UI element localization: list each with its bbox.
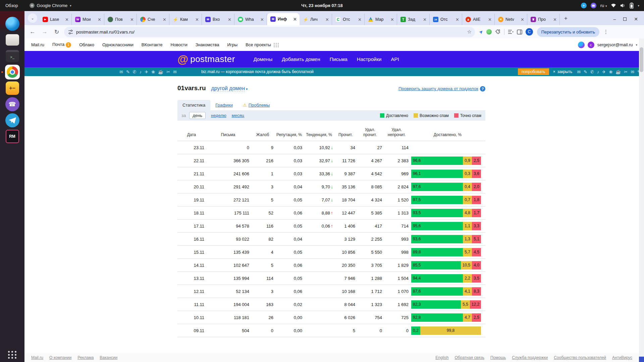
telegram-tray-icon[interactable]: ✈ (581, 3, 587, 8)
calculator-dock-icon[interactable]: +− (4, 80, 20, 96)
profile-avatar[interactable]: C (526, 28, 533, 36)
tab-close-icon[interactable]: ✕ (227, 17, 232, 22)
tab-search-icon[interactable]: ⌄ (28, 13, 37, 23)
new-tab-button[interactable]: + (561, 14, 571, 23)
show-applications-icon[interactable] (8, 351, 17, 359)
period-неделю[interactable]: неделю (211, 113, 226, 118)
mailru-link-9[interactable]: Все проекты (246, 42, 279, 47)
tab-пов[interactable]: Пов✕ (104, 14, 137, 25)
footer-left-link-3[interactable]: Реклама (77, 355, 94, 360)
footer-right-link-2[interactable]: Обратная связь (455, 355, 484, 360)
vk-avatar-icon[interactable] (578, 42, 585, 48)
tab-close-icon[interactable]: ✕ (325, 17, 330, 22)
tab-кам[interactable]: ⚡Кам✕ (169, 14, 202, 25)
chrome-dock-icon[interactable] (4, 64, 20, 80)
browser-menu-icon[interactable]: ⋮ (602, 29, 610, 35)
pm-nav-5[interactable]: API (391, 56, 399, 62)
footer-left-link-1[interactable]: Mail.ru (31, 355, 43, 360)
tab-инф[interactable]: ✉Инф✕ (267, 13, 300, 25)
footer-right-link-1[interactable]: English (435, 355, 448, 360)
address-bar[interactable]: postmaster.mail.ru/01vars.ru/ ☆ (64, 27, 475, 37)
tab-графики[interactable]: Графики (210, 100, 238, 110)
footer-right-link-6[interactable]: АнтиВирус (612, 355, 632, 360)
tab-проблемы[interactable]: ⚠Проблемы (238, 100, 275, 110)
tab-close-icon[interactable]: ✕ (552, 17, 557, 22)
back-button[interactable]: ← (28, 28, 37, 35)
tab-close-icon[interactable]: ✕ (162, 17, 167, 22)
mailru-link-7[interactable]: Знакомства (196, 42, 219, 47)
os-clock[interactable]: Чт, 23 ноября 07:18 (301, 0, 342, 11)
help-icon[interactable]: ? (480, 86, 485, 92)
files-dock-icon[interactable] (4, 32, 20, 48)
mailru-link-2[interactable]: Почта1 (52, 42, 71, 48)
tab-close-icon[interactable]: ✕ (520, 17, 525, 22)
footer-left-link-2[interactable]: О компании (49, 355, 71, 360)
system-menu-chevron-icon[interactable]: ▾ (638, 4, 639, 7)
viber-tray-icon[interactable]: ☎ (591, 3, 596, 8)
tab-отс[interactable]: CОтс✕ (332, 14, 365, 25)
footer-right-link-5[interactable]: Сообщество пользователей (554, 355, 606, 360)
pm-nav-1[interactable]: Домены (254, 56, 272, 62)
close-window-button[interactable]: ✕ (634, 16, 638, 22)
network-icon[interactable] (611, 3, 616, 8)
telegram-dock-icon[interactable] (4, 112, 20, 128)
extension-arrow-icon[interactable]: ➤ (478, 28, 484, 35)
tab-alie[interactable]: aAliE✕ (462, 14, 495, 25)
keyboard-layout[interactable]: ru ▾ (600, 3, 607, 8)
viber-dock-icon[interactable]: ☎ (4, 96, 20, 112)
tab-мои[interactable]: WМои✕ (72, 14, 104, 25)
forward-button[interactable]: → (40, 28, 49, 35)
tab-мар[interactable]: Мар✕ (365, 14, 397, 25)
side-panel-icon[interactable] (517, 29, 522, 35)
extensions-puzzle-icon[interactable] (495, 29, 501, 35)
account-email[interactable]: sergejsor@mail.ru (597, 42, 633, 47)
tab-close-icon[interactable]: ✕ (292, 17, 298, 22)
mailru-link-1[interactable]: Mail.ru (31, 42, 44, 47)
reading-list-icon[interactable] (508, 29, 514, 35)
footer-left-link-4[interactable]: Вакансии (100, 355, 117, 360)
bookmark-star-icon[interactable]: ☆ (467, 29, 472, 35)
url-text[interactable]: postmaster.mail.ru/01vars.ru/ (76, 29, 464, 35)
site-info-icon[interactable] (68, 29, 73, 35)
footer-right-link-4[interactable]: Служба поддержки (512, 355, 548, 360)
tab-сче[interactable]: Сче✕ (137, 14, 169, 25)
other-domain-link[interactable]: другой домен (211, 85, 245, 92)
account-area[interactable]: c sergejsor@mail.ru ▾ (578, 42, 637, 48)
tab-вхо[interactable]: ✉Вхо✕ (202, 14, 234, 25)
mailru-link-8[interactable]: Игры (227, 42, 237, 47)
banner-close-button[interactable]: × закрыть (553, 69, 573, 74)
tab-отс[interactable]: 24Отс✕ (430, 14, 462, 25)
tab-close-icon[interactable]: ✕ (455, 17, 460, 22)
postmaster-logo[interactable]: @ postmaster (177, 54, 235, 65)
banner-try-button[interactable]: попробовать (518, 68, 549, 75)
relaunch-update-button[interactable]: Перезапустить и обновить (537, 27, 599, 37)
period-день[interactable]: день (189, 112, 206, 119)
tab-close-icon[interactable]: ✕ (357, 17, 362, 22)
footer-right-link-3[interactable]: Помощь (490, 355, 506, 360)
scrollbar[interactable] (639, 39, 644, 362)
app-menu[interactable]: Google Chrome ▾ (30, 3, 71, 8)
tab-close-icon[interactable]: ✕ (260, 17, 265, 22)
mailru-link-4[interactable]: Одноклассники (102, 42, 133, 47)
minimize-button[interactable]: – (613, 16, 616, 22)
tab-лич[interactable]: ⚡Лич✕ (300, 14, 332, 25)
tab-close-icon[interactable]: ✕ (97, 17, 102, 22)
tab-зад[interactable]: ТЗад✕ (397, 14, 430, 25)
tab-статистика[interactable]: Статистика (177, 100, 210, 110)
mailru-link-5[interactable]: ВКонтакте (142, 42, 163, 47)
battery-icon[interactable] (630, 3, 634, 9)
restore-button[interactable] (623, 17, 627, 21)
tab-про[interactable]: ♕Про✕ (527, 14, 560, 25)
scrollbar-thumb[interactable] (640, 47, 643, 72)
check-protection-link[interactable]: Проверить защиту домена от подделок (398, 86, 478, 91)
rubymine-dock-icon[interactable]: RM (4, 128, 20, 144)
tab-close-icon[interactable]: ✕ (390, 17, 395, 22)
tab-close-icon[interactable]: ✕ (487, 17, 492, 22)
volume-icon[interactable] (620, 3, 626, 8)
mailru-link-3[interactable]: Облако (79, 42, 94, 47)
tab-lase[interactable]: ▶Lase✕ (39, 14, 72, 25)
period-месяц[interactable]: месяц (232, 113, 244, 118)
extension-adblock-icon[interactable] (486, 29, 492, 35)
tab-netv[interactable]: ✕Netv✕ (495, 14, 527, 25)
pm-nav-2[interactable]: Добавить домен (282, 56, 320, 62)
